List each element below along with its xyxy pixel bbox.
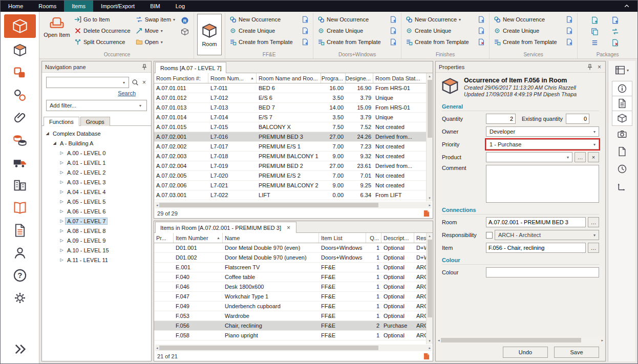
expand-arrow-icon[interactable]: ▷ xyxy=(58,248,65,252)
menu-tab-log[interactable]: Log xyxy=(168,1,193,12)
column-header-room-function[interactable]: Room Function #: xyxy=(154,73,208,83)
items-in-room-tab[interactable]: Items in Room [A.07.02.001 - PREMIUM BED… xyxy=(155,222,296,233)
table-row[interactable]: F.047Workchair Type 1FF&E1OptionalARCH xyxy=(154,292,426,302)
services-create-unique-button[interactable]: Create Unique xyxy=(493,25,574,36)
column-header-item-list[interactable]: Item List xyxy=(319,233,366,243)
add-doc-icon[interactable] xyxy=(302,16,309,23)
undo-button[interactable]: Undo xyxy=(503,347,548,358)
services-create-from-template-button[interactable]: Create from Template xyxy=(493,36,574,48)
scroll-down-icon[interactable]: ▾ xyxy=(429,195,431,201)
responsibility-checkbox[interactable] xyxy=(486,232,493,239)
expand-arrow-icon[interactable]: ▷ xyxy=(58,238,65,243)
rooms-vertical-scrollbar[interactable]: ▴ ▾ xyxy=(426,73,433,201)
properties-horizontal-scrollbar[interactable]: ◂ ▸ xyxy=(437,337,604,344)
remove-doc-icon[interactable] xyxy=(478,38,485,46)
table-row[interactable]: A.07.02.002L7-017PREMIUM E/S 17.007.23No… xyxy=(154,142,426,152)
expand-arrow-icon[interactable]: ▷ xyxy=(58,219,65,223)
open-item-button[interactable]: Open Item xyxy=(44,14,70,50)
column-header-room-data-stat[interactable]: Room Data Stat... xyxy=(373,73,433,83)
search-input[interactable]: ▾ xyxy=(46,77,129,88)
settings-icon[interactable] xyxy=(4,288,36,308)
doors-windows-create-from-template-button[interactable]: Create from Template xyxy=(316,36,398,48)
tree-item-a-07-level-7[interactable]: ▷A.07 - LEVEL 7 xyxy=(43,216,150,226)
info-icon[interactable] xyxy=(612,81,632,96)
ff-e-create-from-template-button[interactable]: Create from Template xyxy=(228,36,310,48)
add-doc-icon[interactable] xyxy=(566,38,573,46)
column-header-item-number[interactable]: Item Number▲ xyxy=(174,233,223,243)
help-icon[interactable]: ? xyxy=(4,265,36,286)
table-row[interactable]: F.040Coffee tableFF&E1OptionalARCH xyxy=(154,272,426,282)
rooms-tab[interactable]: Rooms [A.07 - LEVEL 7] xyxy=(155,62,226,73)
doors-windows-create-unique-button[interactable]: Create Unique xyxy=(316,25,398,36)
pin-icon[interactable] xyxy=(141,63,148,71)
link-icon[interactable] xyxy=(4,85,36,105)
menu-tab-import-export[interactable]: Import/Export xyxy=(93,1,142,12)
scroll-thumb[interactable] xyxy=(441,338,582,342)
table-row[interactable]: A.07.02.005L7-020PREMIUM E/S 27.007.01No… xyxy=(154,171,426,181)
table-row[interactable]: F.056Chair, recliningFF&E2PurchaseARCH xyxy=(154,321,426,331)
report-icon[interactable] xyxy=(423,353,430,360)
search-text-input[interactable] xyxy=(48,79,121,85)
table-row[interactable]: A.07.01.015L7-015BALCONY X7.507.52Not cr… xyxy=(154,122,426,132)
room-input[interactable] xyxy=(486,217,586,227)
tree-item-a-02-level-2[interactable]: ▷A.02 - LEVEL 2 xyxy=(43,167,150,177)
expand-arrow-icon[interactable]: ▷ xyxy=(58,209,65,213)
add-package-icon[interactable] xyxy=(611,16,619,24)
colour-input[interactable] xyxy=(486,267,599,277)
save-button[interactable]: Save xyxy=(554,347,599,358)
collapse-arrow-icon[interactable]: ◢ xyxy=(51,141,58,145)
table-row[interactable]: A.07.01.013L7-013BED 714.0015.09From HRS… xyxy=(154,103,426,113)
tree-item-a-04-level-4[interactable]: ▷A.04 - LEVEL 4 xyxy=(43,187,150,197)
expand-arrow-icon[interactable]: ▷ xyxy=(58,228,65,233)
clear-search-icon[interactable]: × xyxy=(141,79,147,85)
table-row[interactable]: A.07.02.003L7-018PREMIUM BALCONY 19.009.… xyxy=(154,152,426,161)
table-row[interactable]: A.07.03.001L7-022LIFT0.006.34From LIFT xyxy=(154,190,426,200)
add-doc-icon[interactable] xyxy=(390,38,397,46)
finishes-create-unique-button[interactable]: Create Unique xyxy=(405,25,486,36)
items-horizontal-scrollbar[interactable]: ◂ ▸ xyxy=(155,345,432,351)
menu-tab-rooms[interactable]: Rooms xyxy=(31,1,64,12)
expand-arrow-icon[interactable]: ▷ xyxy=(58,151,65,155)
document-icon[interactable] xyxy=(612,144,632,159)
buildings-icon[interactable] xyxy=(4,175,36,196)
item-3d-icon[interactable] xyxy=(612,111,632,126)
responsibility-select[interactable]: ARCH - Architect ▾ xyxy=(495,230,599,240)
column-header-designe[interactable]: Designe... xyxy=(346,73,373,83)
delete-occurrence-button[interactable]: Delete Occurrence xyxy=(73,25,132,36)
column-header-descript[interactable]: Descript... xyxy=(381,233,414,243)
scroll-right-icon[interactable]: ▸ xyxy=(429,346,431,350)
table-row[interactable]: F.049Underbench cupboardFF&E1OptionalARC… xyxy=(154,302,426,311)
collapse-arrow-icon[interactable]: ◢ xyxy=(44,131,51,136)
owner-select[interactable]: Developer ▾ xyxy=(486,126,599,137)
add-doc-icon[interactable] xyxy=(302,38,309,46)
services-new-occurrence-button[interactable]: New Occurrence xyxy=(493,14,574,25)
tree-item-a-09-level-9[interactable]: ▷A.09 - LEVEL 9 xyxy=(43,235,150,245)
expand-arrow-icon[interactable]: ▷ xyxy=(58,170,65,175)
scroll-left-icon[interactable]: ◂ xyxy=(156,203,158,207)
tree-item-a-08-level-8[interactable]: ▷A.08 - LEVEL 8 xyxy=(43,226,150,235)
chevron-down-icon[interactable]: ▾ xyxy=(121,80,127,85)
column-header-q[interactable]: Q... xyxy=(366,233,381,243)
products-icon[interactable] xyxy=(4,62,36,83)
expand-arrow-icon[interactable]: ▷ xyxy=(58,258,65,262)
scroll-left-icon[interactable]: ◂ xyxy=(438,338,440,342)
image-capture-icon[interactable] xyxy=(612,126,632,142)
reports-icon[interactable] xyxy=(4,198,36,218)
finishes-new-occurrence-button[interactable]: New Occurrence▾ xyxy=(405,14,486,25)
pin-icon[interactable] xyxy=(586,63,593,71)
collapse-ribbon-icon[interactable] xyxy=(616,1,637,12)
scroll-thumb[interactable] xyxy=(159,346,379,350)
box-3d-icon[interactable] xyxy=(181,28,189,36)
split-occurrence-button[interactable]: Split Occurrence xyxy=(73,36,132,48)
expand-arrow-icon[interactable]: ▷ xyxy=(58,199,65,204)
rooms-horizontal-scrollbar[interactable]: ◂ ▸ xyxy=(155,202,432,208)
dropdown-caret-icon[interactable]: ▾ xyxy=(627,68,629,73)
search-link[interactable]: Search xyxy=(118,90,136,96)
table-row[interactable]: F.046Desk 1800x600FF&E1OptionalARCH xyxy=(154,282,426,292)
user-icon[interactable] xyxy=(4,243,36,263)
comment-textarea[interactable] xyxy=(486,165,599,203)
table-row[interactable]: A.07.01.011L7-011BED 616.0016.90From HRS… xyxy=(154,83,426,93)
nav-tab-functions[interactable]: Functions xyxy=(44,117,79,126)
properties-doc-icon[interactable] xyxy=(612,96,632,111)
scroll-down-icon[interactable]: ▾ xyxy=(429,338,431,344)
